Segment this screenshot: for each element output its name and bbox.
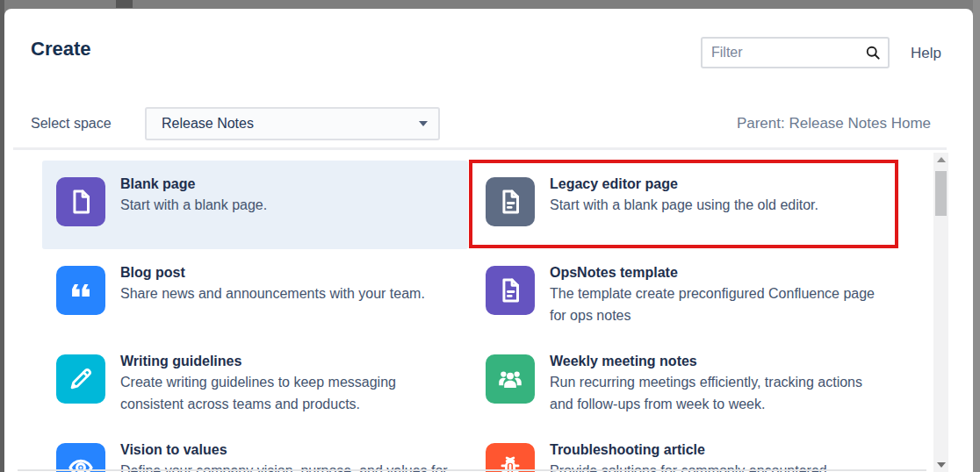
template-name: Blog post <box>120 262 425 282</box>
document-lines-icon <box>486 266 535 315</box>
document-lines-icon <box>486 177 535 226</box>
background-window-tab <box>116 0 133 8</box>
header-divider <box>13 147 947 150</box>
template-name: Blank page <box>120 174 267 194</box>
create-dialog: Create Help Select space Release Notes P… <box>4 9 973 472</box>
template-card-vision-to-values[interactable]: Vision to values Define your company vis… <box>42 426 468 472</box>
chevron-down-icon <box>419 121 428 126</box>
parent-page-label: Parent: Release Notes Home <box>737 107 931 140</box>
template-description: Create writing guidelines to keep messag… <box>120 371 459 415</box>
template-description: Share news and announcements with your t… <box>120 282 425 304</box>
template-description: Start with a blank page. <box>120 194 267 216</box>
window-frame-top <box>0 0 980 9</box>
template-card-blog-post[interactable]: Blog post Share news and announcements w… <box>42 249 468 338</box>
template-card-weekly-meeting-notes[interactable]: Weekly meeting notes Run recurring meeti… <box>472 338 897 426</box>
triangle-down-icon <box>937 462 946 468</box>
template-name: Writing guidelines <box>120 351 459 371</box>
document-icon <box>56 177 105 226</box>
template-name: OpsNotes template <box>550 262 889 282</box>
quote-icon <box>56 266 105 315</box>
search-icon <box>864 44 882 61</box>
scrollbar[interactable] <box>933 153 948 472</box>
template-list: Blank page Start with a blank page. Lega… <box>4 153 933 472</box>
eye-icon <box>56 443 105 472</box>
bug-icon <box>486 443 535 472</box>
people-icon <box>486 354 535 404</box>
dialog-title: Create <box>31 38 90 61</box>
pencil-icon <box>56 354 105 404</box>
template-card-blank-page[interactable]: Blank page Start with a blank page. <box>42 161 468 249</box>
filter-field <box>701 37 890 68</box>
template-card-legacy-editor-page[interactable]: Legacy editor page Start with a blank pa… <box>472 161 897 249</box>
template-description: The template create preconfigured Conflu… <box>550 282 889 326</box>
template-name: Legacy editor page <box>550 174 818 194</box>
template-card-troubleshooting-article[interactable]: Troubleshooting article Provide solution… <box>472 426 897 472</box>
scrollbar-down-arrow[interactable] <box>933 458 948 471</box>
template-name: Troubleshooting article <box>550 440 889 460</box>
scrollbar-thumb[interactable] <box>935 171 947 216</box>
template-description: Run recurring meetings efficiently, trac… <box>550 371 889 415</box>
template-description: Start with a blank page using the old ed… <box>550 194 818 216</box>
filter-input[interactable] <box>703 39 888 67</box>
help-link[interactable]: Help <box>911 45 941 62</box>
space-dropdown-value: Release Notes <box>162 116 419 132</box>
space-dropdown[interactable]: Release Notes <box>145 107 440 140</box>
template-card-writing-guidelines[interactable]: Writing guidelines Create writing guidel… <box>42 338 468 426</box>
template-name: Weekly meeting notes <box>550 351 889 371</box>
triangle-up-icon <box>937 157 946 162</box>
template-name: Vision to values <box>120 440 459 460</box>
template-card-opsnotes-template[interactable]: OpsNotes template The template create pr… <box>472 249 897 338</box>
select-space-label: Select space <box>31 107 112 140</box>
window-frame-right <box>973 0 980 472</box>
clipped-row-divider <box>18 469 926 471</box>
scrollbar-up-arrow[interactable] <box>933 153 948 166</box>
